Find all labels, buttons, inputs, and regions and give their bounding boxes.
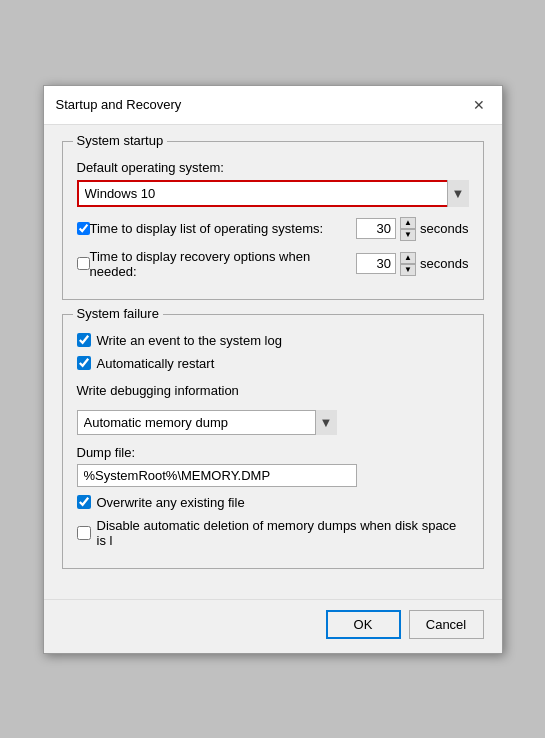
cancel-button[interactable]: Cancel — [409, 610, 484, 639]
title-bar: Startup and Recovery ✕ — [44, 86, 502, 125]
ok-button[interactable]: OK — [326, 610, 401, 639]
dialog-footer: OK Cancel — [44, 599, 502, 653]
display-recovery-down-button[interactable]: ▼ — [400, 264, 416, 276]
write-event-checkbox[interactable] — [77, 333, 91, 347]
disable-auto-delete-checkbox[interactable] — [77, 526, 91, 540]
display-recovery-spinner: ▲ ▼ seconds — [356, 252, 468, 276]
system-failure-group: System failure Write an event to the sys… — [62, 314, 484, 569]
dump-file-label: Dump file: — [77, 445, 469, 460]
display-list-down-button[interactable]: ▼ — [400, 229, 416, 241]
write-event-label: Write an event to the system log — [97, 333, 469, 348]
overwrite-label: Overwrite any existing file — [97, 495, 469, 510]
debug-select-wrapper: Automatic memory dump Complete memory du… — [77, 410, 337, 435]
system-startup-group: System startup Default operating system:… — [62, 141, 484, 300]
dialog-body: System startup Default operating system:… — [44, 125, 502, 595]
display-list-row: Time to display list of operating system… — [77, 217, 469, 241]
write-debug-label: Write debugging information — [77, 383, 469, 398]
startup-recovery-dialog: Startup and Recovery ✕ System startup De… — [43, 85, 503, 654]
debug-select[interactable]: Automatic memory dump Complete memory du… — [77, 410, 337, 435]
display-recovery-row: Time to display recovery options when ne… — [77, 249, 469, 279]
display-list-spinner: ▲ ▼ seconds — [356, 217, 468, 241]
display-recovery-input[interactable] — [356, 253, 396, 274]
display-recovery-checkbox[interactable] — [77, 257, 90, 270]
overwrite-checkbox[interactable] — [77, 495, 91, 509]
display-list-input[interactable] — [356, 218, 396, 239]
disable-auto-delete-label: Disable automatic deletion of memory dum… — [97, 518, 469, 548]
os-select[interactable]: Windows 10 — [77, 180, 469, 207]
disable-auto-delete-row: Disable automatic deletion of memory dum… — [77, 518, 469, 548]
auto-restart-row: Automatically restart — [77, 356, 469, 371]
auto-restart-label: Automatically restart — [97, 356, 469, 371]
display-list-label: Time to display list of operating system… — [90, 221, 357, 236]
auto-restart-checkbox[interactable] — [77, 356, 91, 370]
system-startup-title: System startup — [73, 133, 168, 148]
display-recovery-unit: seconds — [420, 256, 468, 271]
system-failure-title: System failure — [73, 306, 163, 321]
display-recovery-up-button[interactable]: ▲ — [400, 252, 416, 264]
dump-file-input[interactable] — [77, 464, 357, 487]
write-event-row: Write an event to the system log — [77, 333, 469, 348]
display-list-up-button[interactable]: ▲ — [400, 217, 416, 229]
default-os-label: Default operating system: — [77, 160, 469, 175]
display-list-unit: seconds — [420, 221, 468, 236]
os-select-wrapper: Windows 10 ▼ — [77, 180, 469, 207]
close-button[interactable]: ✕ — [468, 94, 490, 116]
overwrite-row: Overwrite any existing file — [77, 495, 469, 510]
display-recovery-label: Time to display recovery options when ne… — [90, 249, 357, 279]
display-list-spinner-buttons: ▲ ▼ — [400, 217, 416, 241]
display-list-checkbox[interactable] — [77, 222, 90, 235]
dialog-title: Startup and Recovery — [56, 97, 182, 112]
display-recovery-spinner-buttons: ▲ ▼ — [400, 252, 416, 276]
